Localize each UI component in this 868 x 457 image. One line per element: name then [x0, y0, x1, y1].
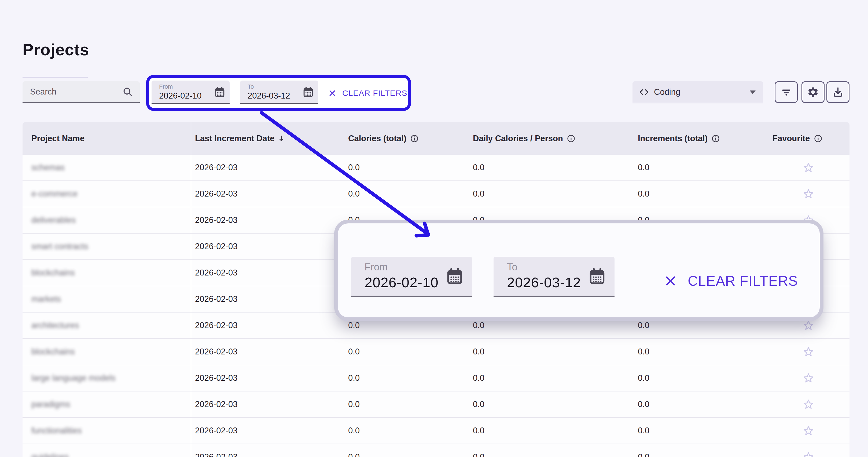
daily-calories-cell: 0.0: [465, 400, 630, 409]
column-header-favourite[interactable]: Favourite: [767, 134, 849, 143]
calories-total-cell: 0.0: [341, 426, 465, 435]
favourite-star-icon[interactable]: [803, 399, 814, 410]
project-name-cell[interactable]: architectures: [23, 313, 191, 338]
calories-total-cell: 0.0: [341, 163, 465, 172]
search-field[interactable]: [23, 81, 140, 103]
favourite-star-icon[interactable]: [803, 320, 814, 331]
increments-total-cell: 0.0: [630, 426, 767, 435]
project-name-cell[interactable]: blockchains: [23, 339, 191, 365]
callout-from-label: From: [365, 261, 388, 273]
calories-total-cell: 0.0: [341, 347, 465, 356]
favourite-star-icon[interactable]: [803, 451, 814, 457]
last-increment-date-cell: 2026-02-03: [191, 452, 341, 457]
project-name-redacted: schemas: [31, 163, 65, 172]
category-select-value: Coding: [654, 87, 680, 97]
callout-from-value: 2026-02-10: [365, 275, 439, 290]
favourite-cell: [767, 451, 849, 457]
last-increment-date-cell: 2026-02-03: [191, 215, 341, 225]
search-icon: [122, 86, 133, 97]
increments-total-cell: 0.0: [630, 163, 767, 172]
daily-calories-cell: 0.0: [465, 189, 630, 199]
project-name-cell[interactable]: e-commerce: [23, 181, 191, 207]
date-from-value: 2026-02-10: [159, 91, 202, 101]
favourite-cell: [767, 399, 849, 410]
project-name-cell[interactable]: large language models: [23, 365, 191, 391]
search-input[interactable]: [23, 87, 122, 97]
table-row[interactable]: paradigms 2026-02-03 0.0 0.0 0.0: [23, 392, 849, 418]
column-header-calories-total[interactable]: Calories (total): [341, 134, 465, 143]
favourite-star-icon[interactable]: [803, 425, 814, 436]
date-to-field[interactable]: To 2026-03-12: [240, 81, 318, 104]
code-icon: [639, 87, 649, 97]
project-name-cell[interactable]: smart contracts: [23, 234, 191, 259]
table-row[interactable]: functionalities 2026-02-03 0.0 0.0 0.0: [23, 418, 849, 444]
last-increment-date-cell: 2026-02-03: [191, 242, 341, 251]
table-row[interactable]: guidelines 2026-02-03 0.0 0.0 0.0: [23, 444, 849, 457]
favourite-star-icon[interactable]: [803, 188, 814, 200]
table-row[interactable]: schemas 2026-02-03 0.0 0.0 0.0: [23, 155, 849, 181]
projects-page: Projects From 2026-02-10 To 2026-03-12 C…: [0, 0, 868, 457]
favourite-cell: [767, 320, 849, 331]
callout-clear-filters-button[interactable]: CLEAR FILTERS: [664, 273, 798, 289]
calendar-icon[interactable]: [303, 86, 314, 98]
daily-calories-cell: 0.0: [465, 452, 630, 457]
favourite-cell: [767, 346, 849, 358]
favourite-star-icon[interactable]: [803, 346, 814, 358]
last-increment-date-cell: 2026-02-03: [191, 268, 341, 278]
download-tray-icon: [832, 86, 844, 98]
table-row[interactable]: blockchains 2026-02-03 0.0 0.0 0.0: [23, 339, 849, 365]
calories-total-cell: 0.0: [341, 452, 465, 457]
project-name-cell[interactable]: blockchains: [23, 260, 191, 286]
daily-calories-cell: 0.0: [465, 163, 630, 172]
project-name-redacted: blockchains: [31, 347, 75, 356]
settings-button[interactable]: [802, 81, 825, 103]
column-header-project-name[interactable]: Project Name: [23, 122, 191, 155]
column-header-daily-calories[interactable]: Daily Calories / Person: [465, 134, 630, 143]
project-name-cell[interactable]: functionalities: [23, 418, 191, 444]
daily-calories-cell: 0.0: [465, 373, 630, 383]
column-header-increments-total[interactable]: Increments (total): [630, 134, 767, 143]
callout-clear-filters-label: CLEAR FILTERS: [688, 273, 798, 289]
date-from-field[interactable]: From 2026-02-10: [152, 81, 229, 104]
info-icon[interactable]: [566, 134, 576, 143]
filter-button[interactable]: [775, 81, 798, 103]
export-button[interactable]: [827, 81, 849, 103]
project-name-redacted: large language models: [31, 373, 116, 383]
info-icon[interactable]: [410, 134, 419, 143]
favourite-star-icon[interactable]: [803, 162, 814, 173]
project-name-cell[interactable]: guidelines: [23, 444, 191, 457]
calories-total-cell: 0.0: [341, 400, 465, 409]
callout-date-to-field[interactable]: To 2026-03-12: [494, 257, 615, 297]
calendar-icon[interactable]: [214, 86, 225, 98]
table-row[interactable]: large language models 2026-02-03 0.0 0.0…: [23, 365, 849, 392]
info-icon[interactable]: [711, 134, 720, 143]
last-increment-date-cell: 2026-02-03: [191, 347, 341, 356]
calendar-icon[interactable]: [446, 267, 464, 285]
favourite-star-icon[interactable]: [803, 372, 814, 384]
last-increment-date-cell: 2026-02-03: [191, 373, 341, 383]
project-name-cell[interactable]: schemas: [23, 155, 191, 180]
close-x-icon: [328, 89, 336, 97]
info-icon[interactable]: [813, 134, 823, 143]
column-header-last-increment-date[interactable]: Last Increment Date: [191, 134, 341, 143]
favourite-cell: [767, 425, 849, 436]
clear-filters-button[interactable]: CLEAR FILTERS: [328, 89, 407, 98]
callout-to-value: 2026-03-12: [507, 275, 581, 290]
increments-total-cell: 0.0: [630, 347, 767, 356]
chevron-down-icon: [750, 90, 755, 94]
category-select[interactable]: Coding: [632, 81, 763, 104]
callout-date-from-field[interactable]: From 2026-02-10: [351, 257, 472, 297]
last-increment-date-cell: 2026-02-03: [191, 400, 341, 409]
project-name-redacted: blockchains: [31, 268, 75, 278]
last-increment-date-cell: 2026-02-03: [191, 294, 341, 304]
increments-total-cell: 0.0: [630, 400, 767, 409]
table-row[interactable]: e-commerce 2026-02-03 0.0 0.0 0.0: [23, 181, 849, 207]
project-name-cell[interactable]: markets: [23, 286, 191, 312]
calendar-icon[interactable]: [588, 267, 606, 285]
calories-total-cell: 0.0: [341, 189, 465, 199]
project-name-cell[interactable]: paradigms: [23, 392, 191, 417]
project-name-cell[interactable]: deliverables: [23, 207, 191, 233]
favourite-cell: [767, 162, 849, 173]
daily-calories-cell: 0.0: [465, 426, 630, 435]
project-name-redacted: smart contracts: [31, 242, 88, 251]
